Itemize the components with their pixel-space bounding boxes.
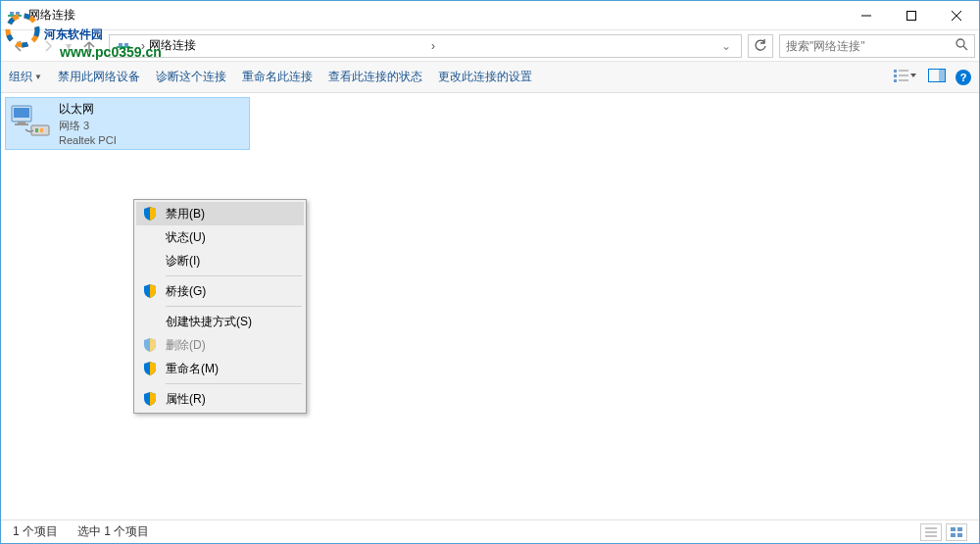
diagnose-button[interactable]: 诊断这个连接	[156, 69, 226, 85]
svg-rect-4	[16, 12, 20, 15]
shield-icon	[142, 206, 158, 222]
view-status-button[interactable]: 查看此连接的状态	[328, 69, 422, 85]
refresh-button[interactable]	[748, 34, 773, 58]
breadcrumb-text[interactable]: 网络连接	[149, 37, 427, 54]
view-details-button[interactable]	[920, 523, 942, 541]
ctx-delete: 删除(D)	[136, 333, 304, 357]
network-adapter-item[interactable]: 以太网 网络 3 Realtek PCI	[5, 97, 250, 150]
svg-rect-23	[14, 108, 29, 118]
svg-rect-25	[15, 124, 28, 125]
forward-button	[34, 34, 62, 58]
ctx-disable-label: 禁用(B)	[166, 206, 205, 223]
status-selected-count: 选中 1 个项目	[77, 523, 149, 540]
ctx-rename[interactable]: 重命名(M)	[136, 357, 304, 380]
navigation-bar: ▾ › 网络连接 › ⌄	[1, 30, 979, 62]
titlebar: 网络连接	[1, 1, 979, 30]
svg-rect-16	[894, 79, 897, 82]
maximize-button[interactable]	[889, 1, 934, 30]
disable-device-button[interactable]: 禁用此网络设备	[58, 69, 140, 85]
svg-rect-15	[894, 74, 897, 77]
up-button[interactable]	[75, 34, 103, 58]
ctx-separator	[166, 306, 302, 307]
change-settings-button[interactable]: 更改此连接的设置	[438, 69, 532, 85]
ctx-disable[interactable]: 禁用(B)	[136, 202, 304, 225]
organize-label: 组织	[9, 69, 32, 85]
close-button[interactable]	[934, 1, 979, 30]
ethernet-icon	[10, 102, 53, 145]
svg-rect-14	[894, 70, 897, 73]
adapter-network: 网络 3	[59, 119, 117, 133]
svg-rect-32	[951, 527, 956, 531]
ctx-properties-label: 属性(R)	[166, 391, 206, 408]
breadcrumb-arrow[interactable]: ›	[137, 39, 149, 53]
svg-rect-27	[35, 128, 38, 132]
search-input[interactable]	[786, 39, 956, 53]
organize-button[interactable]: 组织▼	[9, 69, 42, 85]
ctx-shortcut-label: 创建快捷方式(S)	[166, 314, 252, 330]
svg-rect-28	[40, 128, 43, 132]
help-icon[interactable]: ?	[956, 70, 971, 85]
toolbar: 组织▼ 禁用此网络设备 诊断这个连接 重命名此连接 查看此连接的状态 更改此连接…	[1, 62, 979, 93]
ctx-separator	[166, 383, 302, 384]
svg-rect-33	[957, 527, 962, 531]
address-bar[interactable]: › 网络连接 › ⌄	[109, 34, 742, 58]
status-item-count: 1 个项目	[13, 523, 58, 540]
location-icon	[116, 38, 131, 54]
adapter-device: Realtek PCI	[59, 134, 117, 146]
shield-icon	[142, 283, 158, 299]
view-options-button[interactable]	[893, 68, 918, 86]
ctx-bridge-label: 桥接(G)	[166, 283, 206, 300]
content-area: 以太网 网络 3 Realtek PCI 禁用(B) 状态(U) 诊断(I) 桥…	[1, 93, 979, 519]
status-bar: 1 个项目 选中 1 个项目	[1, 519, 979, 543]
search-icon[interactable]	[956, 38, 968, 54]
svg-rect-6	[907, 11, 916, 20]
svg-point-12	[956, 39, 964, 47]
svg-rect-3	[10, 12, 14, 15]
minimize-button[interactable]	[844, 1, 889, 30]
shield-icon	[142, 337, 158, 353]
dropdown-icon: ▼	[34, 73, 42, 81]
breadcrumb-arrow-2[interactable]: ›	[427, 39, 439, 53]
address-dropdown-icon[interactable]: ⌄	[717, 39, 735, 53]
shield-icon	[142, 391, 158, 407]
adapter-name: 以太网	[59, 101, 117, 118]
search-box[interactable]	[779, 34, 975, 58]
preview-pane-button[interactable]	[928, 69, 946, 85]
ctx-create-shortcut[interactable]: 创建快捷方式(S)	[136, 310, 304, 333]
svg-rect-2	[8, 15, 22, 17]
app-icon	[7, 8, 23, 24]
ctx-rename-label: 重命名(M)	[166, 361, 219, 377]
window-title: 网络连接	[28, 7, 844, 24]
ctx-diagnose[interactable]: 诊断(I)	[136, 249, 304, 272]
ctx-properties[interactable]: 属性(R)	[136, 387, 304, 411]
svg-rect-21	[939, 70, 945, 81]
svg-rect-24	[18, 122, 25, 124]
svg-rect-10	[119, 43, 122, 46]
svg-line-13	[963, 46, 967, 50]
ctx-diagnose-label: 诊断(I)	[166, 253, 200, 270]
context-menu: 禁用(B) 状态(U) 诊断(I) 桥接(G) 创建快捷方式(S) 删除(D) …	[133, 199, 307, 414]
ctx-status-label: 状态(U)	[166, 229, 206, 246]
ctx-separator	[166, 275, 302, 276]
ctx-delete-label: 删除(D)	[166, 337, 206, 354]
shield-icon	[142, 361, 158, 376]
back-button[interactable]	[5, 34, 32, 58]
nav-separator: ▾	[66, 39, 72, 53]
svg-rect-11	[124, 43, 128, 46]
svg-rect-35	[957, 533, 962, 537]
ctx-bridge[interactable]: 桥接(G)	[136, 279, 304, 303]
ctx-status[interactable]: 状态(U)	[136, 225, 304, 249]
svg-rect-9	[117, 46, 130, 48]
view-icons-button[interactable]	[946, 523, 967, 541]
rename-button[interactable]: 重命名此连接	[242, 69, 313, 85]
svg-rect-34	[951, 533, 956, 537]
